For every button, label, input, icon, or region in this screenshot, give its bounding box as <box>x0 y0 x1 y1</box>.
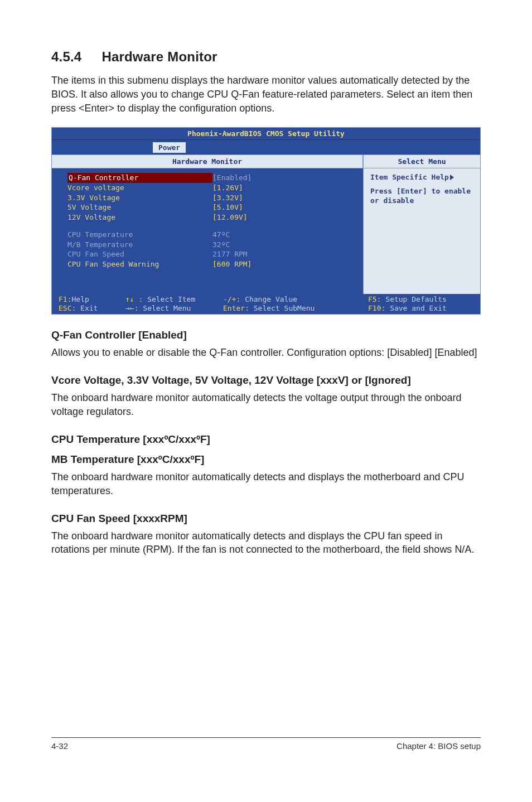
row-3v3[interactable]: 3.3V Voltage [3.32V] <box>67 193 357 203</box>
value: [3.32V] <box>212 193 243 203</box>
section-number: 4.5.4 <box>51 49 81 65</box>
label: CPU Fan Speed <box>67 249 212 259</box>
help-title: Item Specific Help <box>370 173 449 181</box>
row-qfan-controller[interactable]: Q-Fan Controller [Enabled] <box>67 173 357 183</box>
tabbar-spacer <box>52 142 152 153</box>
heading-cpu-temp: CPU Temperature [xxxºC/xxxºF] <box>51 433 481 446</box>
lr-label: →←: <box>125 304 138 312</box>
heading-mb-temp: MB Temperature [xxxºC/xxxºF] <box>51 453 481 466</box>
help-title-row: Item Specific Help <box>370 173 473 181</box>
value: 47ºC <box>212 230 230 240</box>
bios-columns: Q-Fan Controller [Enabled] Vcore voltage… <box>52 168 480 294</box>
lr-text: Select Menu <box>138 304 191 312</box>
esc-text: Exit <box>76 304 98 312</box>
row-cpu-temp[interactable]: CPU Temperature 47ºC <box>67 230 357 240</box>
bios-help-panel: Item Specific Help Press [Enter] to enab… <box>363 168 480 294</box>
label: CPU Fan Speed Warning <box>67 259 212 269</box>
f10-text: Save and Exit <box>385 304 447 312</box>
value: [12.09V] <box>212 212 248 223</box>
spacer <box>67 222 357 230</box>
help-body: Press [Enter] to enable or disable <box>370 187 473 206</box>
f5-label: F5: <box>368 295 381 303</box>
para-fan: The onboard hardware monitor automatical… <box>51 529 481 557</box>
label: Q-Fan Controller <box>67 173 212 183</box>
tab-power[interactable]: Power <box>152 142 186 153</box>
f10-label: F10: <box>368 304 385 312</box>
updown-text: Select Item <box>143 295 195 303</box>
row-mb-temp[interactable]: M/B Temperature 32ºC <box>67 240 357 250</box>
row-12v[interactable]: 12V Voltage [12.09V] <box>67 212 357 223</box>
value: [600 RPM] <box>212 259 252 269</box>
bios-screenshot: Phoenix-AwardBIOS CMOS Setup Utility Pow… <box>51 127 481 315</box>
bios-footer-row1: F1:Help ↑↓ : Select Item -/+: Change Val… <box>52 294 480 304</box>
section-title-text: Hardware Monitor <box>101 49 217 64</box>
label: Vcore voltage <box>67 183 212 193</box>
chapter-label: Chapter 4: BIOS setup <box>396 741 481 751</box>
esc-label: ESC: <box>59 304 76 312</box>
row-vcore[interactable]: Vcore voltage [1.26V] <box>67 183 357 193</box>
bios-subheaders: Hardware Monitor Select Menu <box>52 154 480 168</box>
value: [5.10V] <box>212 202 243 212</box>
bios-tabbar: Power <box>52 140 480 154</box>
value: 32ºC <box>212 240 230 250</box>
enter-label: Enter: <box>223 304 249 312</box>
bios-settings-list: Q-Fan Controller [Enabled] Vcore voltage… <box>52 168 363 294</box>
heading-voltage: Vcore Voltage, 3.3V Voltage, 5V Voltage,… <box>51 374 481 386</box>
bios-titlebar: Phoenix-AwardBIOS CMOS Setup Utility <box>52 128 480 140</box>
value: [1.26V] <box>212 183 243 193</box>
pm-text: Change Value <box>240 295 297 303</box>
enter-text: Select SubMenu <box>249 304 315 312</box>
f5-text: Setup Defaults <box>381 295 446 303</box>
label: 3.3V Voltage <box>67 193 212 203</box>
page-footer: 4-32 Chapter 4: BIOS setup <box>51 737 481 751</box>
row-5v[interactable]: 5V Voltage [5.10V] <box>67 202 357 212</box>
row-cpu-fan[interactable]: CPU Fan Speed 2177 RPM <box>67 249 357 259</box>
page-number: 4-32 <box>51 741 68 751</box>
para-voltage: The onboard hardware monitor automatical… <box>51 391 481 419</box>
label: CPU Temperature <box>67 230 212 240</box>
updown-label: ↑↓ : <box>125 295 143 303</box>
row-cpu-fan-warning[interactable]: CPU Fan Speed Warning [600 RPM] <box>67 259 357 269</box>
f1-label: F1: <box>59 295 71 303</box>
chevron-right-icon <box>450 175 454 180</box>
label: 5V Voltage <box>67 202 212 212</box>
value: 2177 RPM <box>212 249 248 259</box>
f1-text: Help <box>71 295 89 303</box>
pm-label: -/+: <box>223 295 240 303</box>
value: [Enabled] <box>212 173 252 183</box>
heading-qfan: Q-Fan Controller [Enabled] <box>51 329 481 341</box>
section-heading: 4.5.4Hardware Monitor <box>51 49 481 65</box>
select-menu-header: Select Menu <box>363 154 480 168</box>
para-temp: The onboard hardware monitor automatical… <box>51 470 481 498</box>
label: 12V Voltage <box>67 212 212 223</box>
bios-footer-row2: ESC: Exit →←: Select Menu Enter: Select … <box>52 304 480 314</box>
hw-monitor-header: Hardware Monitor <box>52 154 363 168</box>
para-qfan: Allows you to enable or disable the Q-Fa… <box>51 346 481 360</box>
heading-fan-speed: CPU Fan Speed [xxxxRPM] <box>51 513 481 525</box>
label: M/B Temperature <box>67 240 212 250</box>
intro-paragraph: The items in this submenu displays the h… <box>51 74 481 115</box>
page: 4.5.4Hardware Monitor The items in this … <box>0 0 532 780</box>
